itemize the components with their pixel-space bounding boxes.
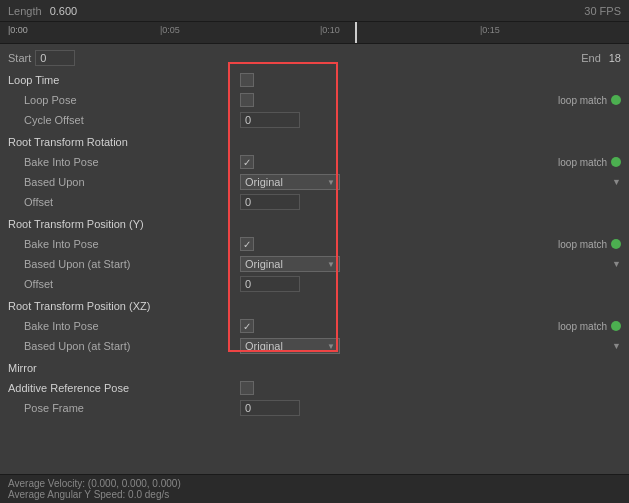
root-rotation-based-label: Based Upon bbox=[8, 176, 228, 188]
tick-5: |0:05 bbox=[160, 25, 180, 35]
root-rotation-offset-field[interactable] bbox=[240, 194, 300, 210]
tick-15: |0:15 bbox=[480, 25, 500, 35]
root-xz-based-row: Based Upon (at Start) Original ▼ ▼ bbox=[0, 336, 629, 356]
root-y-based-dropdown[interactable]: Original ▼ bbox=[240, 256, 340, 272]
timeline-cursor bbox=[355, 22, 357, 43]
loop-match-label: loop match bbox=[558, 95, 621, 106]
fps-label: 30 FPS bbox=[584, 5, 621, 17]
end-label: End bbox=[581, 52, 601, 64]
loop-time-label: Loop Time bbox=[8, 74, 228, 86]
dropdown-xz-arrow-icon: ▼ bbox=[327, 342, 335, 351]
tick-10: |0:10 bbox=[320, 25, 340, 35]
loop-match-dot bbox=[611, 95, 621, 105]
start-label: Start bbox=[8, 52, 31, 64]
dropdown-y-arrow-right-icon: ▼ bbox=[612, 259, 621, 269]
cycle-offset-label: Cycle Offset bbox=[8, 114, 228, 126]
root-rotation-section-row: Root Transform Rotation bbox=[0, 132, 629, 152]
loop-pose-check[interactable] bbox=[240, 93, 254, 107]
length-value: 0.600 bbox=[50, 5, 78, 17]
bottom-bar: Average Velocity: (0.000, 0.000, 0.000) … bbox=[0, 474, 629, 503]
cycle-offset-input[interactable] bbox=[240, 112, 300, 128]
root-y-offset-label: Offset bbox=[8, 278, 228, 290]
root-y-based-label: Based Upon (at Start) bbox=[8, 258, 228, 270]
root-xz-bake-check[interactable] bbox=[240, 319, 254, 333]
root-y-bake-check[interactable] bbox=[240, 237, 254, 251]
dropdown-arrow-icon: ▼ bbox=[327, 178, 335, 187]
tick-0: |0:00 bbox=[8, 25, 28, 35]
root-rotation-based-dropdown[interactable]: Original ▼ bbox=[240, 174, 340, 190]
root-rotation-bake-checkbox[interactable] bbox=[240, 155, 254, 169]
root-rotation-based-right: ▼ bbox=[612, 177, 621, 187]
root-xz-based-right: ▼ bbox=[612, 341, 621, 351]
start-end-row: Start End 18 bbox=[0, 48, 629, 68]
root-xz-section-row: Root Transform Position (XZ) bbox=[0, 296, 629, 316]
root-y-loop-match: loop match bbox=[558, 239, 621, 250]
mirror-label: Mirror bbox=[8, 362, 228, 374]
timeline[interactable]: |0:00 |0:05 |0:10 |0:15 bbox=[0, 22, 629, 44]
root-xz-bake-label: Bake Into Pose bbox=[8, 320, 228, 332]
loop-time-checkbox[interactable] bbox=[240, 73, 254, 87]
velocity-text: Average Velocity: (0.000, 0.000, 0.000) bbox=[8, 478, 621, 489]
root-rotation-match-label: loop match bbox=[558, 157, 621, 168]
loop-pose-label: Loop Pose bbox=[8, 94, 228, 106]
pose-frame-field[interactable] bbox=[240, 400, 300, 416]
root-xz-bake-row: Bake Into Pose loop match bbox=[0, 316, 629, 336]
loop-pose-checkbox[interactable] bbox=[240, 93, 254, 107]
additive-row: Additive Reference Pose bbox=[0, 378, 629, 398]
root-y-label: Root Transform Position (Y) bbox=[8, 218, 228, 230]
cycle-offset-field[interactable] bbox=[240, 112, 300, 128]
loop-time-check[interactable] bbox=[240, 73, 254, 87]
root-rotation-bake-label: Bake Into Pose bbox=[8, 156, 228, 168]
root-y-match-label: loop match bbox=[558, 239, 621, 250]
root-xz-match-dot bbox=[611, 321, 621, 331]
root-rotation-based-row: Based Upon Original ▼ ▼ bbox=[0, 172, 629, 192]
root-rotation-bake-check[interactable] bbox=[240, 155, 254, 169]
length-label: Length bbox=[8, 5, 42, 17]
root-xz-based-label: Based Upon (at Start) bbox=[8, 340, 228, 352]
root-xz-label: Root Transform Position (XZ) bbox=[8, 300, 228, 312]
dropdown-xz-arrow-right-icon: ▼ bbox=[612, 341, 621, 351]
additive-checkbox[interactable] bbox=[240, 381, 254, 395]
mirror-row: Mirror bbox=[0, 358, 629, 378]
loop-time-row: Loop Time bbox=[0, 70, 629, 90]
root-y-offset-input[interactable] bbox=[240, 276, 300, 292]
pose-frame-label: Pose Frame bbox=[8, 402, 228, 414]
root-y-offset-field[interactable] bbox=[240, 276, 300, 292]
root-y-based-select[interactable]: Original ▼ bbox=[240, 256, 340, 272]
start-input[interactable] bbox=[35, 50, 75, 66]
root-y-offset-row: Offset bbox=[0, 274, 629, 294]
root-xz-based-select[interactable]: Original ▼ bbox=[240, 338, 340, 354]
root-xz-bake-checkbox[interactable] bbox=[240, 319, 254, 333]
root-rotation-bake-row: Bake Into Pose loop match bbox=[0, 152, 629, 172]
cycle-offset-row: Cycle Offset bbox=[0, 110, 629, 130]
dropdown-y-arrow-icon: ▼ bbox=[327, 260, 335, 269]
pose-frame-row: Pose Frame bbox=[0, 398, 629, 418]
additive-check[interactable] bbox=[240, 381, 254, 395]
root-rotation-offset-input[interactable] bbox=[240, 194, 300, 210]
root-y-bake-label: Bake Into Pose bbox=[8, 238, 228, 250]
root-y-bake-checkbox[interactable] bbox=[240, 237, 254, 251]
end-value: 18 bbox=[609, 52, 621, 64]
pose-frame-input[interactable] bbox=[240, 400, 300, 416]
top-bar: Length 0.600 30 FPS bbox=[0, 0, 629, 22]
loop-pose-row: Loop Pose loop match bbox=[0, 90, 629, 110]
root-rotation-label: Root Transform Rotation bbox=[8, 136, 228, 148]
root-rotation-loop-match: loop match bbox=[558, 157, 621, 168]
root-y-match-dot bbox=[611, 239, 621, 249]
root-y-based-right: ▼ bbox=[612, 259, 621, 269]
root-xz-based-dropdown[interactable]: Original ▼ bbox=[240, 338, 340, 354]
angular-text: Average Angular Y Speed: 0.0 deg/s bbox=[8, 489, 621, 500]
root-y-based-row: Based Upon (at Start) Original ▼ ▼ bbox=[0, 254, 629, 274]
root-y-section-row: Root Transform Position (Y) bbox=[0, 214, 629, 234]
root-rotation-based-select[interactable]: Original ▼ bbox=[240, 174, 340, 190]
loop-pose-match: loop match bbox=[558, 95, 621, 106]
root-y-bake-row: Bake Into Pose loop match bbox=[0, 234, 629, 254]
root-rotation-match-dot bbox=[611, 157, 621, 167]
root-xz-loop-match: loop match bbox=[558, 321, 621, 332]
root-rotation-offset-label: Offset bbox=[8, 196, 228, 208]
root-xz-match-label: loop match bbox=[558, 321, 621, 332]
root-rotation-offset-row: Offset bbox=[0, 192, 629, 212]
dropdown-arrow-right-icon: ▼ bbox=[612, 177, 621, 187]
additive-label: Additive Reference Pose bbox=[8, 382, 228, 394]
